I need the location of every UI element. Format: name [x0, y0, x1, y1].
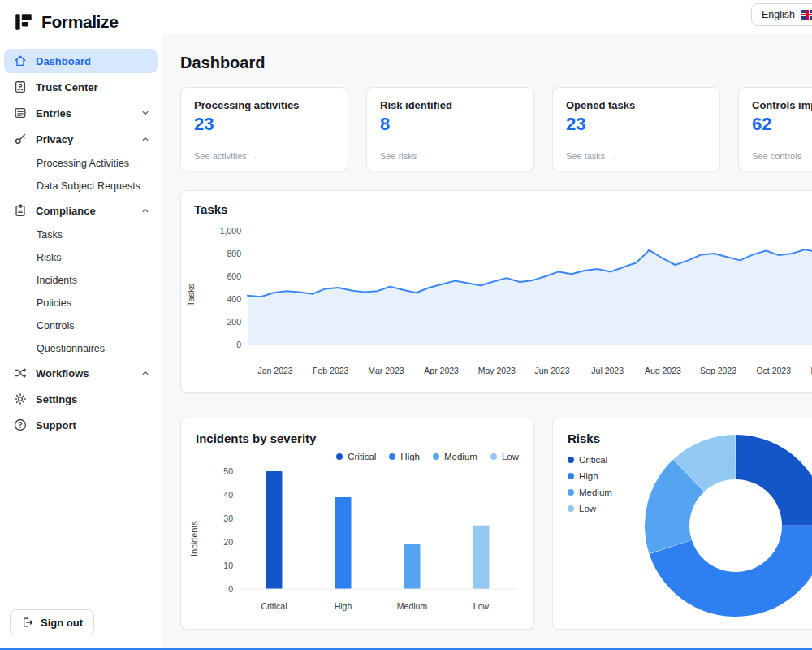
see-risks-link[interactable]: See risks →	[380, 151, 428, 161]
chevron-up-icon	[140, 367, 151, 379]
legend-item-high: High	[389, 452, 420, 462]
svg-text:May 2023: May 2023	[478, 366, 516, 375]
svg-text:Jul 2023: Jul 2023	[591, 366, 624, 375]
svg-text:Feb 2023: Feb 2023	[313, 366, 349, 375]
sidebar: Formalize Dashboard Trust Center Entries	[0, 0, 162, 650]
legend-item-medium: Medium	[433, 452, 477, 462]
sidebar-item-trust-center[interactable]: Trust Center	[4, 75, 158, 99]
sidebar-item-label: Privacy	[36, 133, 73, 145]
sidebar-item-workflows[interactable]: Workflows	[4, 361, 158, 385]
svg-text:High: High	[335, 601, 352, 611]
risks-donut-chart	[640, 430, 812, 622]
incidents-y-axis-label: Incidents	[189, 521, 199, 557]
legend-label: Medium	[579, 488, 612, 497]
svg-text:800: 800	[227, 249, 241, 258]
sidebar-item-label: Compliance	[36, 205, 96, 217]
stat-card-controls-implemented: Controls implemented 62 See controls →	[738, 87, 812, 171]
incidents-legend: Critical High Medium Low	[196, 452, 519, 462]
sidebar-item-risks[interactable]: Risks	[4, 247, 158, 268]
workflow-icon	[13, 366, 28, 380]
stat-title: Opened tasks	[566, 99, 706, 111]
sidebar-item-label: Entries	[36, 107, 71, 119]
sidebar-item-incidents[interactable]: Incidents	[4, 270, 158, 291]
sidebar-item-dashboard[interactable]: Dashboard	[4, 49, 158, 73]
sidebar-item-label: Settings	[36, 393, 77, 405]
sidebar-item-processing-activities[interactable]: Processing Activities	[4, 153, 158, 174]
legend-item-medium: Medium	[568, 488, 641, 497]
svg-text:600: 600	[227, 271, 241, 281]
svg-text:Apr 2023: Apr 2023	[424, 366, 459, 375]
sidebar-item-entries[interactable]: Entries	[4, 101, 158, 125]
tasks-chart-title: Tasks	[194, 202, 812, 216]
legend-label: Medium	[444, 452, 477, 462]
sign-out-label: Sign out	[41, 617, 83, 629]
stat-title: Controls implemented	[752, 99, 812, 111]
app-logo: Formalize	[0, 0, 162, 47]
language-selector-button[interactable]: English	[751, 3, 812, 26]
risks-chart-card: Risks Critical High Medium Low	[552, 418, 812, 630]
stat-cards-row: Processing activities 23 See activities …	[180, 87, 812, 171]
chevron-up-icon	[140, 205, 151, 216]
svg-text:1,000: 1,000	[220, 226, 241, 236]
svg-text:Oct 2023: Oct 2023	[756, 366, 791, 375]
legend-label: Low	[502, 452, 519, 462]
clipboard-icon	[13, 203, 28, 218]
sign-out-button[interactable]: Sign out	[10, 609, 94, 635]
sidebar-item-data-subject-requests[interactable]: Data Subject Requests	[4, 176, 158, 197]
see-controls-link[interactable]: See controls →	[752, 151, 812, 161]
svg-text:40: 40	[223, 490, 233, 500]
gear-icon	[13, 392, 28, 406]
legend-item-low: Low	[568, 504, 641, 514]
sidebar-item-privacy[interactable]: Privacy	[4, 127, 158, 151]
help-icon	[13, 418, 28, 432]
sidebar-item-questionnaires[interactable]: Questionnaires	[4, 338, 158, 359]
stat-value: 23	[194, 114, 335, 135]
svg-text:10: 10	[223, 561, 233, 570]
see-activities-link[interactable]: See activities →	[194, 151, 258, 161]
page-title: Dashboard	[180, 54, 812, 72]
app-logo-text: Formalize	[41, 12, 118, 32]
key-icon	[13, 132, 28, 146]
sidebar-item-controls[interactable]: Controls	[4, 315, 158, 336]
sidebar-item-label: Dashboard	[36, 55, 91, 67]
medium-dot-icon	[433, 453, 439, 460]
legend-item-low: Low	[490, 452, 519, 462]
list-icon	[13, 106, 28, 120]
sidebar-item-policies[interactable]: Policies	[4, 292, 158, 314]
see-tasks-link[interactable]: See tasks →	[566, 151, 616, 161]
legend-item-high: High	[568, 471, 641, 481]
sidebar-item-label: Workflows	[36, 367, 89, 379]
stat-value: 62	[752, 114, 812, 135]
sidebar-item-tasks[interactable]: Tasks	[4, 224, 158, 245]
legend-label: Critical	[348, 452, 376, 462]
sidebar-item-compliance[interactable]: Compliance	[4, 198, 158, 223]
risks-legend: Critical High Medium Low	[568, 455, 641, 514]
chevron-down-icon	[140, 107, 151, 119]
svg-text:400: 400	[227, 294, 241, 304]
critical-dot-icon	[336, 453, 343, 460]
formalize-logo-icon	[13, 11, 34, 32]
language-label: English	[762, 9, 795, 20]
legend-label: High	[579, 471, 598, 481]
stat-card-risk-identified: Risk identified 8 See risks →	[366, 87, 534, 171]
tasks-chart-card: Tasks Tasks 02004006008001,000Jan 2023Fe…	[180, 190, 812, 393]
tasks-line-chart: 02004006008001,000Jan 2023Feb 2023Mar 20…	[207, 221, 812, 382]
svg-text:0: 0	[236, 340, 241, 349]
uk-flag-icon	[801, 10, 812, 20]
svg-text:Critical: Critical	[261, 601, 287, 611]
svg-text:Mar 2023: Mar 2023	[368, 366, 404, 375]
top-bar	[162, 0, 812, 34]
sidebar-item-settings[interactable]: Settings	[4, 387, 158, 411]
high-dot-icon	[568, 473, 574, 479]
svg-text:Medium: Medium	[397, 601, 428, 611]
sidebar-nav: Dashboard Trust Center Entries Privacy	[0, 47, 162, 600]
incidents-chart-card: Incidents by severity Critical High Medi…	[180, 418, 534, 630]
stat-title: Processing activities	[194, 99, 335, 111]
high-dot-icon	[389, 453, 395, 460]
main-content: Dashboard Processing activities 23 See a…	[162, 34, 812, 650]
svg-text:Jan 2023: Jan 2023	[257, 366, 292, 375]
incidents-bar-chart: 01020304050CriticalHighMediumLow	[204, 463, 522, 616]
sidebar-item-support[interactable]: Support	[4, 413, 158, 437]
stat-value: 8	[380, 114, 520, 135]
sidebar-subitem-label: Processing Activities	[37, 158, 129, 169]
